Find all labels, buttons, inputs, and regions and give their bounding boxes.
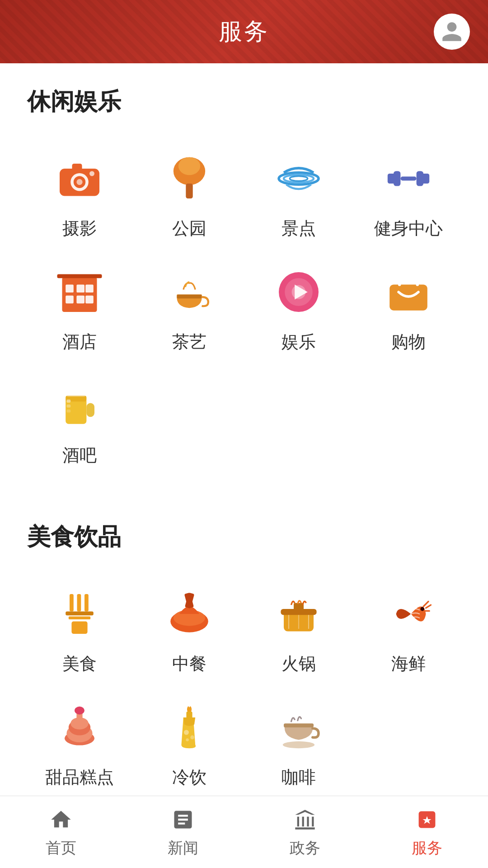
svg-point-63 [190,736,194,740]
entertainment-icon-wrapper [269,263,328,321]
svg-point-65 [283,741,314,748]
svg-rect-15 [416,171,423,186]
coffee-icon-wrapper [269,698,328,757]
grid-item-entertainment[interactable]: 娱乐 [246,254,352,358]
svg-point-11 [290,176,308,181]
grid-item-bar[interactable]: 酒吧 [27,367,132,472]
grid-item-coffee[interactable]: 咖啡 [246,689,352,793]
grid-item-shopping[interactable]: 购物 [356,254,461,358]
grid-item-seafood[interactable]: 海鲜 [356,576,461,680]
grid-item-tea[interactable]: 茶艺 [137,254,242,358]
hotel-label: 酒店 [62,330,97,354]
svg-rect-17 [62,277,97,312]
shopping-label: 购物 [391,330,426,354]
svg-point-62 [184,730,189,735]
grid-item-chinese[interactable]: 中餐 [137,576,242,680]
nav-item-service[interactable]: 服务 [366,796,488,868]
svg-rect-19 [77,285,85,293]
grid-item-park[interactable]: 公园 [137,140,242,245]
colddrink-label: 冷饮 [172,766,206,789]
svg-rect-34 [67,400,71,403]
food-section-title: 美食饮品 [27,521,461,553]
home-icon [49,808,73,831]
grid-item-hotpot[interactable]: 火锅 [246,576,352,680]
photography-label: 摄影 [62,217,97,240]
avatar[interactable] [434,14,470,50]
bar-label: 酒吧 [62,444,97,467]
svg-rect-25 [177,295,202,299]
svg-point-7 [178,157,200,175]
bottom-nav: 首页 新闻 政务 服务 [0,796,488,868]
coffee-label: 咖啡 [282,766,316,789]
svg-rect-4 [72,164,82,170]
dumbbell-icon [384,154,433,203]
service-nav-icon [413,806,441,833]
grid-item-colddrink[interactable]: 冷饮 [137,689,242,793]
nav-label-government: 政务 [290,838,320,859]
shopping-icon-wrapper [379,263,438,321]
park-label: 公园 [172,217,206,240]
nav-item-government[interactable]: 政务 [244,796,366,868]
hotpot-label: 火锅 [282,652,316,675]
dessert-icon [55,703,104,752]
svg-rect-61 [186,712,192,718]
grid-item-hotel[interactable]: 酒店 [27,254,132,358]
svg-point-60 [75,707,84,715]
svg-rect-33 [87,403,95,417]
hotel-icon-wrapper [50,263,109,321]
dessert-label: 甜品糕点 [45,766,114,789]
chinese-food-icon [164,589,214,639]
svg-rect-21 [66,296,74,304]
nav-item-news[interactable]: 新闻 [122,796,244,868]
photography-icon-wrapper [50,149,109,208]
home-nav-icon [47,806,75,833]
hotpot-icon [274,589,324,639]
svg-rect-14 [394,171,400,186]
svg-rect-43 [72,622,88,634]
svg-rect-23 [85,296,94,304]
nav-label-news: 新闻 [168,838,198,859]
svg-point-54 [420,607,424,611]
grid-item-scenic[interactable]: 景点 [246,140,352,245]
grid-item-dessert[interactable]: 甜品糕点 [27,689,132,793]
service-icon [415,808,439,831]
shopping-icon [384,267,433,317]
colddrink-icon-wrapper [160,698,219,757]
beer-icon [55,381,104,430]
chinese-label: 中餐 [172,652,206,675]
svg-rect-36 [67,410,71,413]
svg-rect-39 [70,594,74,612]
svg-rect-35 [67,405,71,408]
chinese-icon-wrapper [160,585,219,643]
hotel-icon [55,267,104,317]
svg-point-3 [77,179,83,185]
food-label: 美食 [62,652,97,675]
food-icon [55,589,104,639]
svg-rect-37 [67,392,86,396]
svg-rect-66 [284,723,314,727]
svg-rect-16 [400,177,416,181]
scenic-icon [274,154,324,203]
music-icon [274,267,324,317]
coffee-icon [274,703,324,752]
scenic-label: 景点 [282,217,316,240]
seafood-icon-wrapper [379,585,438,643]
svg-rect-8 [186,184,192,198]
entertainment-label: 娱乐 [282,330,316,354]
gym-icon-wrapper [379,149,438,208]
page-title: 服务 [219,16,269,47]
grid-item-photography[interactable]: 摄影 [27,140,132,245]
nav-label-service: 服务 [412,838,442,859]
nav-item-home[interactable]: 首页 [0,796,122,868]
svg-point-64 [186,738,189,741]
svg-rect-42 [69,617,90,620]
grid-item-gym[interactable]: 健身中心 [356,140,461,245]
bar-icon-wrapper [50,376,109,435]
tea-icon [164,267,214,317]
scenic-icon-wrapper [269,149,328,208]
svg-rect-24 [57,274,102,278]
government-nav-icon [291,806,319,833]
tree-icon [164,154,214,203]
svg-rect-22 [77,296,85,304]
grid-item-food[interactable]: 美食 [27,576,132,680]
